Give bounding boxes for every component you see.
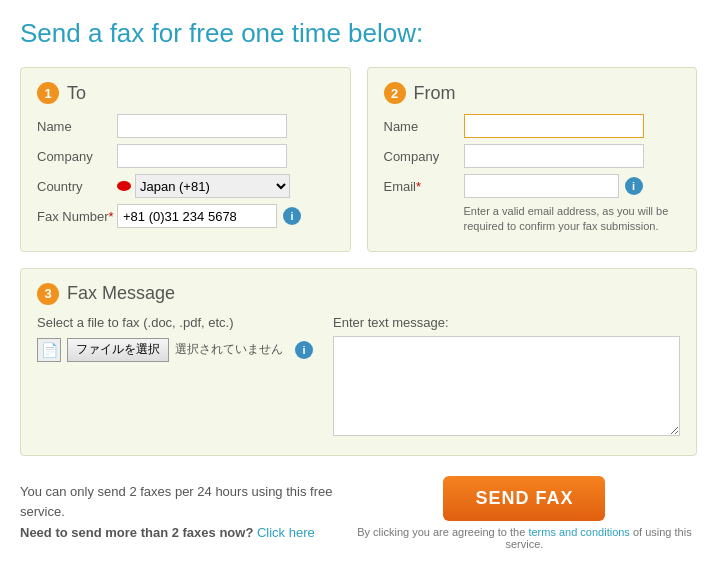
- from-name-row: Name: [384, 114, 681, 138]
- from-email-row: Email* i: [384, 174, 681, 198]
- to-name-label: Name: [37, 119, 117, 134]
- from-company-label: Company: [384, 149, 464, 164]
- text-message-input[interactable]: [333, 336, 680, 436]
- terms-text: By clicking you are agreeing to the term…: [352, 526, 697, 550]
- more-faxes-row: Need to send more than 2 faxes now? Clic…: [20, 523, 352, 544]
- from-email-input[interactable]: [464, 174, 619, 198]
- page-title: Send a fax for free one time below:: [20, 18, 697, 49]
- to-name-input[interactable]: [117, 114, 287, 138]
- send-fax-button[interactable]: SEND FAX: [443, 476, 605, 521]
- more-faxes-text: Need to send more than 2 faxes now?: [20, 525, 253, 540]
- to-company-row: Company: [37, 144, 334, 168]
- to-fax-label: Fax Number*: [37, 209, 117, 224]
- from-company-input[interactable]: [464, 144, 644, 168]
- email-hint: Enter a valid email address, as you will…: [464, 204, 681, 235]
- footer: You can only send 2 faxes per 24 hours u…: [20, 476, 697, 550]
- fax-message-title: Fax Message: [67, 283, 175, 304]
- to-section-number: 1: [37, 82, 59, 104]
- email-info-icon[interactable]: i: [625, 177, 643, 195]
- fax-message-section: 3 Fax Message Select a file to fax (.doc…: [20, 268, 697, 456]
- from-email-label: Email*: [384, 179, 464, 194]
- footer-right: SEND FAX By clicking you are agreeing to…: [352, 476, 697, 550]
- to-fax-input[interactable]: [117, 204, 277, 228]
- fax-text-area: Enter text message:: [333, 315, 680, 439]
- file-choose-button[interactable]: ファイルを選択: [67, 338, 169, 362]
- to-name-row: Name: [37, 114, 334, 138]
- fax-file-label: Select a file to fax (.doc, .pdf, etc.): [37, 315, 313, 330]
- file-icon: 📄: [37, 338, 61, 362]
- to-section-title: To: [67, 83, 86, 104]
- footer-left: You can only send 2 faxes per 24 hours u…: [20, 482, 352, 544]
- to-country-label: Country: [37, 179, 117, 194]
- click-here-link[interactable]: Click here: [257, 525, 315, 540]
- limit-text: You can only send 2 faxes per 24 hours u…: [20, 482, 352, 524]
- to-section: 1 To Name Company Country Japan (+81) Un…: [20, 67, 351, 252]
- to-company-label: Company: [37, 149, 117, 164]
- file-none-text: 選択されていません: [175, 341, 283, 358]
- to-fax-row: Fax Number* i: [37, 204, 334, 228]
- from-section-number: 2: [384, 82, 406, 104]
- terms-link[interactable]: terms and conditions: [528, 526, 630, 538]
- text-message-label: Enter text message:: [333, 315, 680, 330]
- fax-file-area: Select a file to fax (.doc, .pdf, etc.) …: [37, 315, 313, 439]
- from-name-label: Name: [384, 119, 464, 134]
- to-country-row: Country Japan (+81) United States (+1) U…: [37, 174, 334, 198]
- file-chooser-row: 📄 ファイルを選択 選択されていません i: [37, 338, 313, 362]
- to-country-select[interactable]: Japan (+81) United States (+1) United Ki…: [135, 174, 290, 198]
- fax-info-icon[interactable]: i: [283, 207, 301, 225]
- file-info-icon[interactable]: i: [295, 341, 313, 359]
- fax-message-number: 3: [37, 283, 59, 305]
- from-section: 2 From Name Company Email* i Enter a val…: [367, 67, 698, 252]
- from-section-title: From: [414, 83, 456, 104]
- japan-flag-icon: [117, 181, 131, 191]
- from-company-row: Company: [384, 144, 681, 168]
- to-company-input[interactable]: [117, 144, 287, 168]
- from-name-input[interactable]: [464, 114, 644, 138]
